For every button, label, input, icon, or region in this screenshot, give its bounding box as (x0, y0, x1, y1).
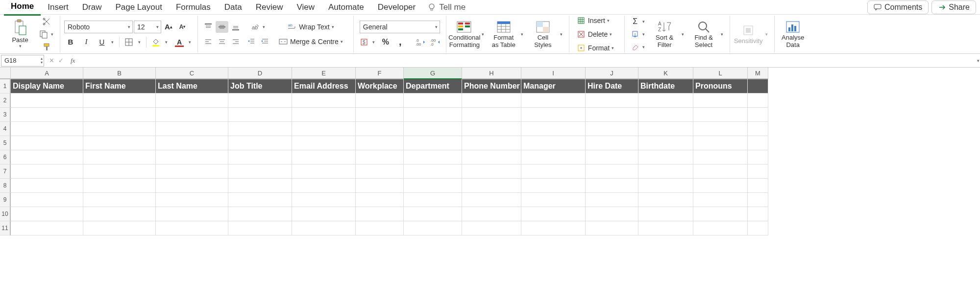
name-box[interactable]: G18 ▴▾ (1, 55, 44, 67)
chevron-down-icon[interactable]: ▾ (721, 32, 726, 37)
cell[interactable] (521, 136, 586, 150)
format-cells-button[interactable]: Format▾ (573, 42, 620, 54)
chevron-down-icon[interactable]: ▾ (111, 40, 116, 45)
number-format-combo[interactable]: General▾ (360, 21, 440, 33)
tab-insert[interactable]: Insert (41, 0, 75, 15)
cell[interactable] (156, 164, 228, 179)
cell[interactable] (462, 150, 521, 164)
cell[interactable]: Manager (521, 79, 586, 94)
row-header[interactable]: 8 (0, 179, 11, 193)
column-header[interactable]: M (748, 68, 768, 79)
cell[interactable] (228, 150, 292, 164)
sort-filter-button[interactable]: AZ Sort & Filter (650, 17, 679, 52)
cell[interactable] (693, 207, 748, 221)
cell[interactable] (693, 221, 748, 235)
clear-button[interactable] (629, 41, 641, 53)
cell[interactable] (748, 207, 768, 221)
fill-color-button[interactable] (149, 36, 162, 48)
cell[interactable] (356, 207, 404, 221)
cell[interactable] (748, 108, 768, 122)
column-header[interactable]: E (292, 68, 356, 79)
italic-button[interactable]: I (80, 36, 93, 48)
fill-button[interactable] (629, 28, 641, 40)
cell[interactable] (356, 150, 404, 164)
cell[interactable] (693, 193, 748, 207)
cell[interactable] (228, 193, 292, 207)
cell[interactable] (156, 179, 228, 193)
cell[interactable] (292, 94, 356, 108)
cell[interactable] (748, 221, 768, 235)
cell[interactable] (11, 122, 83, 136)
cell[interactable] (11, 108, 83, 122)
column-header[interactable]: A (11, 68, 83, 79)
align-top-button[interactable] (202, 21, 215, 33)
cell[interactable] (292, 122, 356, 136)
cell[interactable]: Workplace (356, 79, 404, 94)
comments-button[interactable]: Comments (867, 0, 929, 14)
align-right-button[interactable] (229, 36, 242, 47)
cell[interactable] (156, 193, 228, 207)
cell[interactable] (83, 150, 156, 164)
tab-home[interactable]: Home (4, 0, 41, 16)
cell[interactable] (693, 150, 748, 164)
cell[interactable] (693, 179, 748, 193)
cell[interactable] (638, 136, 693, 150)
column-header[interactable]: C (156, 68, 228, 79)
row-header[interactable]: 6 (0, 150, 11, 164)
cell[interactable] (356, 108, 404, 122)
cell[interactable] (356, 136, 404, 150)
cell[interactable] (11, 207, 83, 221)
cell[interactable]: Last Name (156, 79, 228, 94)
tab-view[interactable]: View (290, 0, 321, 15)
align-left-button[interactable] (202, 36, 215, 47)
cell[interactable] (11, 164, 83, 179)
row-header[interactable]: 5 (0, 136, 11, 150)
cell[interactable] (83, 164, 156, 179)
cell[interactable]: Pronouns (693, 79, 748, 94)
cell[interactable] (356, 179, 404, 193)
cell[interactable] (83, 207, 156, 221)
cell[interactable] (228, 122, 292, 136)
cell[interactable] (83, 136, 156, 150)
cell[interactable] (748, 122, 768, 136)
cell[interactable] (462, 122, 521, 136)
cell[interactable] (404, 136, 462, 150)
cell[interactable] (462, 207, 521, 221)
cell[interactable] (156, 122, 228, 136)
font-size-combo[interactable]: 12▾ (134, 21, 161, 33)
cell[interactable] (156, 108, 228, 122)
chevron-down-icon[interactable]: ▾ (189, 40, 194, 45)
spreadsheet-grid[interactable]: ABCDEFGHIJKLM 1Display NameFirst NameLas… (0, 68, 980, 300)
cell[interactable]: Birthdate (638, 79, 693, 94)
cell[interactable] (638, 193, 693, 207)
chevron-down-icon[interactable]: ▾ (682, 32, 686, 37)
cell[interactable] (356, 221, 404, 235)
cell[interactable] (748, 136, 768, 150)
cell[interactable] (228, 136, 292, 150)
cell[interactable] (228, 221, 292, 235)
column-header[interactable]: I (521, 68, 586, 79)
expand-formula-bar[interactable]: ▾ (974, 58, 980, 63)
cell[interactable] (586, 136, 638, 150)
cell[interactable] (404, 150, 462, 164)
column-header[interactable]: J (586, 68, 638, 79)
cell[interactable] (292, 108, 356, 122)
cell[interactable] (586, 108, 638, 122)
find-select-button[interactable]: Find & Select (689, 17, 718, 52)
orientation-button[interactable]: ab (249, 21, 262, 33)
cell[interactable] (156, 94, 228, 108)
cell[interactable] (586, 150, 638, 164)
row-header[interactable]: 1 (0, 79, 11, 94)
cell[interactable] (292, 193, 356, 207)
cell[interactable] (404, 207, 462, 221)
chevron-down-icon[interactable]: ▾ (642, 19, 647, 24)
analyse-data-button[interactable]: Analyse Data (779, 17, 807, 52)
cell[interactable] (693, 164, 748, 179)
cut-button[interactable] (40, 16, 53, 27)
borders-button[interactable] (122, 36, 135, 48)
font-color-button[interactable]: A (173, 36, 186, 48)
cell[interactable] (292, 164, 356, 179)
cell[interactable] (748, 79, 768, 94)
cell[interactable]: Department (404, 79, 462, 94)
cell[interactable] (83, 193, 156, 207)
